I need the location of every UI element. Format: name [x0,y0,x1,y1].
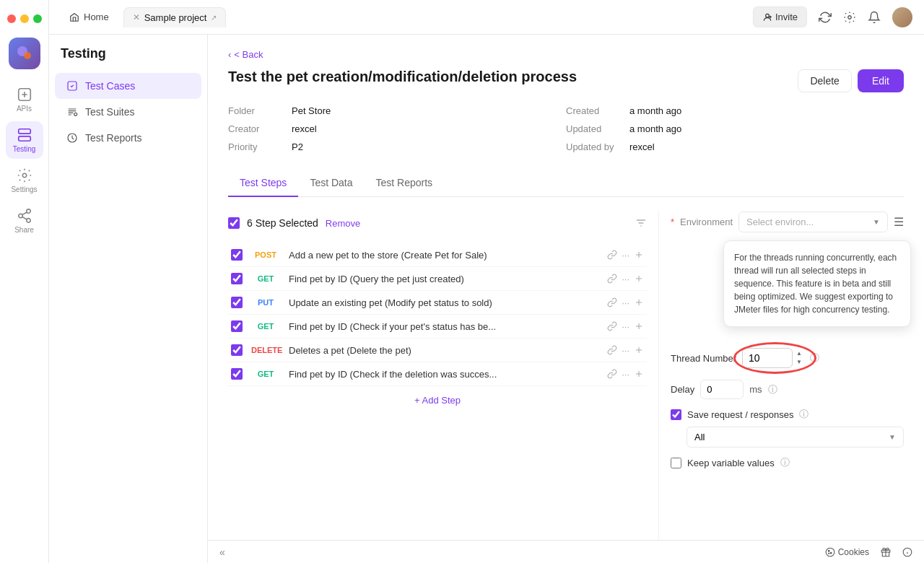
test-suites-label: Test Suites [85,106,134,118]
method-post-badge-1: POST [248,249,283,261]
keep-info-icon[interactable]: ⓘ [780,456,790,469]
content-area: ‹ < Back Test the pet creation/modificat… [208,35,924,563]
tab-test-steps[interactable]: Test Steps [228,170,298,197]
created-value: a month ago [629,105,681,116]
meta-updated-by: Updated by rexcel [566,141,904,152]
step-more-6[interactable]: ··· [622,369,629,380]
bottom-bar: « Cookies [208,540,924,563]
step-checkbox-1[interactable] [231,249,243,261]
step-row-1: POST Add a new pet to the store (Create … [228,243,647,267]
step-actions-4: ··· [607,321,644,332]
svg-point-5 [22,173,27,178]
spin-down-button[interactable]: ▼ [794,358,804,367]
info-link[interactable] [902,547,912,557]
link-icon-1[interactable] [607,250,617,260]
step-row-2: GET Find pet by ID (Query the pet just c… [228,267,647,291]
svg-point-1 [24,52,31,59]
step-row-5: DELETE Deletes a pet (Delete the pet) ··… [228,339,647,362]
refresh-icon[interactable] [819,11,832,24]
add-icon-3[interactable] [634,297,644,307]
svg-point-9 [766,14,770,17]
test-reports-label: Test Reports [85,132,142,144]
sidebar-item-settings[interactable]: Settings [6,162,43,199]
step-actions-2: ··· [607,274,644,284]
step-more-1[interactable]: ··· [622,250,629,261]
sidebar-item-share[interactable]: Share [6,202,43,240]
delay-row: Delay 0 ms ⓘ [671,380,904,399]
add-icon-5[interactable] [634,345,644,355]
maximize-button[interactable] [33,14,42,23]
split-layout: 6 Step Selected Remove POST Add a new pe… [228,211,904,549]
steps-panel: 6 Step Selected Remove POST Add a new pe… [228,211,658,549]
sidebar-item-testing[interactable]: Testing [6,121,43,159]
close-button[interactable] [7,14,16,23]
step-checkbox-6[interactable] [231,368,243,380]
back-link[interactable]: ‹ < Back [228,49,577,60]
edit-button[interactable]: Edit [858,69,904,92]
step-more-3[interactable]: ··· [622,297,629,308]
gift-link[interactable] [881,547,891,557]
select-all-checkbox[interactable] [228,217,240,229]
method-get-badge-4: GET [248,320,283,332]
add-icon-4[interactable] [634,321,644,331]
step-checkbox-2[interactable] [231,273,243,284]
step-checkbox-4[interactable] [231,320,243,332]
save-select[interactable]: All ▼ [687,427,904,448]
save-chevron-icon: ▼ [889,433,896,441]
avatar[interactable] [892,7,912,27]
thread-info-icon[interactable]: ⓘ [810,352,819,365]
step-more-4[interactable]: ··· [622,321,629,332]
created-label: Created [566,105,624,116]
step-checkbox-3[interactable] [231,297,243,308]
save-info-icon[interactable]: ⓘ [799,408,808,421]
share-label: Share [14,226,34,234]
settings-icon[interactable] [843,11,856,24]
sidebar-sub-item-test-suites[interactable]: Test Suites [55,99,201,125]
link-icon-6 [607,369,617,379]
steps-selected-count: 6 Step Selected [247,217,318,229]
add-icon-2[interactable] [634,274,644,284]
gift-icon [881,547,891,557]
sidebar-sub-item-test-cases[interactable]: Test Cases [55,73,201,99]
delete-button[interactable]: Delete [798,69,851,92]
invite-button[interactable]: Invite [753,6,807,27]
remove-button[interactable]: Remove [326,218,360,229]
delay-input[interactable]: 0 [700,380,744,399]
sidebar-item-apis[interactable]: APIs [6,81,43,118]
step-more-5[interactable]: ··· [622,345,629,356]
add-icon-1[interactable] [634,250,644,260]
delay-info-icon[interactable]: ⓘ [768,383,777,396]
notifications-icon[interactable] [868,11,881,24]
spin-up-button[interactable]: ▲ [794,349,804,358]
save-checkbox[interactable] [671,409,681,420]
icon-bar: APIs Testing Settings Share [0,0,49,563]
thread-number-label: Thread Number [671,353,736,364]
thread-input-container: 10 ▲ ▼ [742,348,804,368]
right-panel: * Environment Select environ... ▼ ☰ For … [658,211,904,549]
collapse-button[interactable]: « [219,546,225,559]
tab-close-icon[interactable]: ✕ [133,12,140,22]
thread-number-input[interactable]: 10 [742,348,793,368]
cookies-link[interactable]: Cookies [825,547,869,557]
step-checkbox-5[interactable] [231,344,243,356]
keep-variable-checkbox[interactable] [671,458,681,468]
menu-icon[interactable]: ☰ [894,215,904,229]
spin-buttons: ▲ ▼ [794,349,804,366]
environment-select[interactable]: Select environ... ▼ [738,211,888,232]
keep-row: Keep variable values ⓘ [671,456,904,469]
sidebar-sub-item-test-reports[interactable]: Test Reports [55,125,201,151]
filter-icon[interactable] [635,217,647,229]
sample-project-tab-label: Sample project [144,12,207,23]
add-step-button[interactable]: + Add Step [228,386,647,414]
step-row-4: GET Find pet by ID (Check if your pet's … [228,315,647,339]
tab-sample-project[interactable]: ✕ Sample project ↗ [123,7,227,27]
minimize-button[interactable] [20,14,29,23]
add-icon-6[interactable] [634,369,644,379]
tab-test-reports-content[interactable]: Test Reports [365,170,445,197]
tab-test-data[interactable]: Test Data [298,170,364,197]
cookies-label: Cookies [838,547,869,557]
step-more-2[interactable]: ··· [622,274,629,284]
action-buttons: Delete Edit [798,69,904,92]
step-row-3: PUT Update an existing pet (Modify pet s… [228,291,647,315]
tab-home[interactable]: Home [61,7,118,27]
